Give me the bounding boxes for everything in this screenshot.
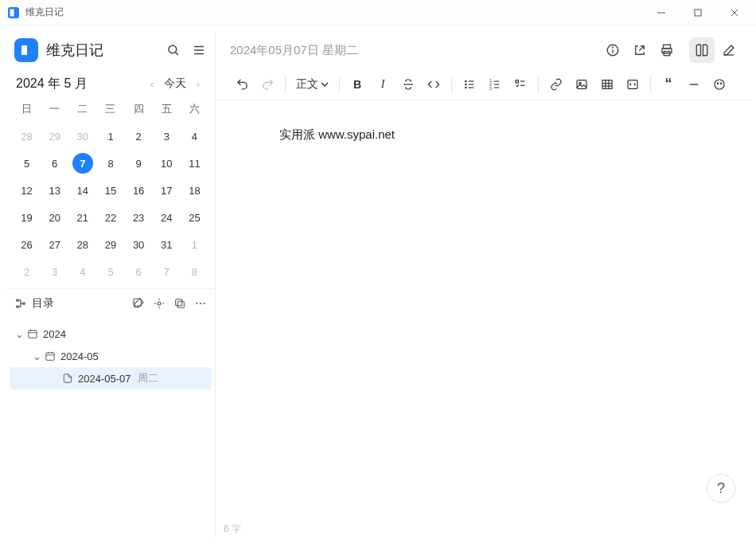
calendar-dow: 五 xyxy=(153,99,181,119)
calendar-day[interactable]: 31 xyxy=(153,234,181,255)
tree-year-node[interactable]: ⌄ 2024 xyxy=(10,323,212,345)
app-icon xyxy=(6,6,21,20)
calendar-day[interactable]: 21 xyxy=(68,207,96,228)
calendar-day[interactable]: 4 xyxy=(181,126,208,147)
link-button[interactable] xyxy=(544,72,568,96)
calendar-today-button[interactable]: 今天 xyxy=(161,75,189,92)
emoji-button[interactable] xyxy=(707,72,731,96)
calendar-dow: 一 xyxy=(41,99,68,119)
svg-point-13 xyxy=(17,306,19,308)
directory-title: 目录 xyxy=(32,296,127,311)
info-button[interactable] xyxy=(600,37,625,63)
calendar-day[interactable]: 30 xyxy=(125,234,153,255)
calendar-day[interactable]: 14 xyxy=(68,180,96,201)
redo-button[interactable] xyxy=(255,72,279,96)
calendar-day[interactable]: 12 xyxy=(13,180,41,201)
edit-mode-button[interactable] xyxy=(716,37,742,63)
window-maximize-button[interactable] xyxy=(680,0,716,25)
calendar-day[interactable]: 20 xyxy=(41,207,68,228)
calendar-day[interactable]: 13 xyxy=(41,180,68,201)
calendar-day[interactable]: 22 xyxy=(96,207,124,228)
svg-line-8 xyxy=(176,53,178,55)
calendar-day[interactable]: 4 xyxy=(68,261,96,282)
calendar-day[interactable]: 25 xyxy=(181,207,208,228)
copy-button[interactable] xyxy=(170,294,189,313)
svg-point-32 xyxy=(613,47,614,48)
document-date-title: 2024年05月07日 星期二 xyxy=(230,43,598,58)
calendar-day[interactable]: 30 xyxy=(68,126,96,147)
calendar-day[interactable]: 9 xyxy=(125,153,153,174)
locate-button[interactable] xyxy=(150,294,169,313)
editor-body[interactable]: 实用派 www.sypai.net xyxy=(216,100,750,520)
help-label: ? xyxy=(717,480,725,497)
calendar-day[interactable]: 17 xyxy=(153,180,181,201)
open-external-button[interactable] xyxy=(627,37,653,63)
calendar-next-button[interactable]: › xyxy=(189,78,207,90)
calendar-day[interactable]: 7 xyxy=(153,261,181,282)
tree-month-node[interactable]: ⌄ 2024-05 xyxy=(10,345,212,367)
calendar-day[interactable]: 29 xyxy=(41,126,68,147)
calendar-day[interactable]: 2 xyxy=(125,126,153,147)
quote-button[interactable]: “ xyxy=(657,72,680,96)
strike-button[interactable] xyxy=(396,72,420,96)
window-minimize-button[interactable] xyxy=(643,0,680,25)
more-button[interactable] xyxy=(191,294,210,313)
calendar-day[interactable]: 6 xyxy=(41,153,68,174)
calendar-day[interactable]: 2 xyxy=(13,261,41,282)
code-button[interactable] xyxy=(422,72,446,96)
tree-icon xyxy=(14,297,27,310)
svg-point-65 xyxy=(720,83,721,84)
calendar-day[interactable]: 1 xyxy=(181,234,208,255)
svg-rect-56 xyxy=(602,80,612,88)
svg-point-64 xyxy=(717,83,718,84)
calendar-day[interactable]: 18 xyxy=(181,180,208,201)
calendar-day[interactable]: 7 xyxy=(68,153,96,174)
ordered-list-button[interactable]: 123 xyxy=(483,72,507,96)
calendar-day[interactable]: 6 xyxy=(125,261,153,282)
calendar-day[interactable]: 8 xyxy=(181,261,208,282)
window-close-button[interactable] xyxy=(716,0,753,25)
table-button[interactable] xyxy=(595,72,619,96)
svg-rect-22 xyxy=(29,331,37,338)
calendar-day[interactable]: 3 xyxy=(153,126,181,147)
calendar-day[interactable]: 11 xyxy=(181,153,208,174)
calendar-dow: 三 xyxy=(96,99,124,119)
calendar-day[interactable]: 19 xyxy=(13,207,41,228)
svg-point-39 xyxy=(466,80,466,81)
italic-button[interactable]: I xyxy=(371,72,395,96)
menu-button[interactable] xyxy=(186,37,212,63)
directory-tree: ⌄ 2024 ⌄ 2024-05 2024-05-07 xyxy=(6,318,215,538)
divider-button[interactable] xyxy=(682,72,706,96)
calendar-day[interactable]: 8 xyxy=(96,153,124,174)
calendar-day[interactable]: 28 xyxy=(13,126,41,147)
calendar-day[interactable]: 28 xyxy=(68,234,96,255)
calendar-day[interactable]: 23 xyxy=(125,207,153,228)
undo-button[interactable] xyxy=(230,72,254,96)
calendar-day[interactable]: 16 xyxy=(125,180,153,201)
calendar-day[interactable]: 26 xyxy=(13,234,41,255)
image-button[interactable] xyxy=(570,72,594,96)
calendar-day[interactable]: 15 xyxy=(96,180,124,201)
calendar-day[interactable]: 1 xyxy=(96,126,124,147)
calendar-day[interactable]: 10 xyxy=(153,153,181,174)
calendar-day[interactable]: 24 xyxy=(153,207,181,228)
tree-year-label: 2024 xyxy=(43,328,66,340)
window-title: 维克日记 xyxy=(25,6,64,19)
format-dropdown[interactable]: 正文 xyxy=(291,72,333,96)
bold-button[interactable]: B xyxy=(345,72,369,96)
new-note-button[interactable] xyxy=(129,294,148,313)
calendar-day[interactable]: 3 xyxy=(41,261,68,282)
calendar-day[interactable]: 27 xyxy=(41,234,68,255)
calendar-prev-button[interactable]: ‹ xyxy=(143,78,161,90)
calendar-day[interactable]: 29 xyxy=(96,234,124,255)
print-button[interactable] xyxy=(654,37,680,63)
calendar-day[interactable]: 5 xyxy=(96,261,124,282)
checklist-button[interactable] xyxy=(509,72,532,96)
tree-entry-node[interactable]: 2024-05-07 周二 xyxy=(10,367,212,389)
bullet-list-button[interactable] xyxy=(458,72,481,96)
code-block-button[interactable] xyxy=(621,72,645,96)
calendar-day[interactable]: 5 xyxy=(13,153,41,174)
help-button[interactable]: ? xyxy=(707,474,735,503)
search-button[interactable] xyxy=(161,37,186,63)
reading-mode-button[interactable] xyxy=(689,37,715,63)
